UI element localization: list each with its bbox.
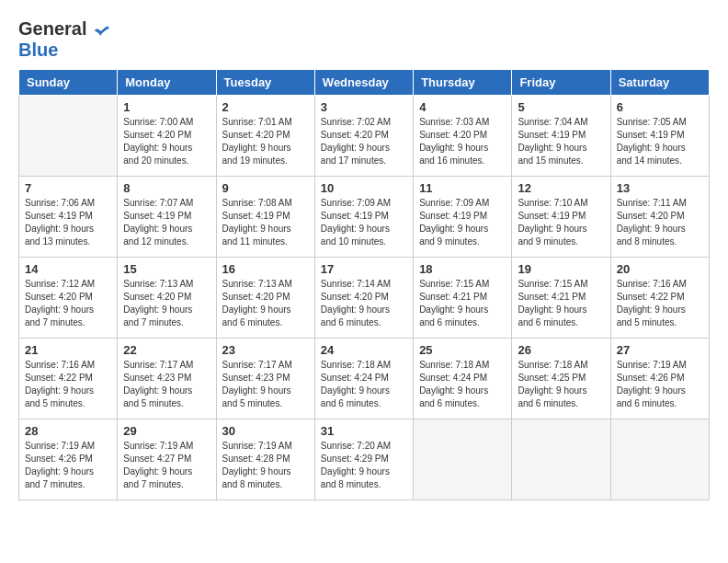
day-info: Sunrise: 7:19 AMSunset: 4:26 PMDaylight:… [25,440,111,491]
day-info: Sunrise: 7:04 AMSunset: 4:19 PMDaylight:… [518,116,604,167]
day-number: 8 [123,181,210,195]
calendar-week-4: 21Sunrise: 7:16 AMSunset: 4:22 PMDayligh… [19,338,710,419]
calendar-cell: 31Sunrise: 7:20 AMSunset: 4:29 PMDayligh… [314,419,413,500]
calendar-cell: 21Sunrise: 7:16 AMSunset: 4:22 PMDayligh… [19,338,118,419]
day-info: Sunrise: 7:16 AMSunset: 4:22 PMDaylight:… [25,359,111,410]
day-info: Sunrise: 7:09 AMSunset: 4:19 PMDaylight:… [419,197,506,248]
day-info: Sunrise: 7:08 AMSunset: 4:19 PMDaylight:… [222,197,309,248]
calendar-cell: 22Sunrise: 7:17 AMSunset: 4:23 PMDayligh… [118,338,216,419]
day-info: Sunrise: 7:18 AMSunset: 4:25 PMDaylight:… [518,359,604,410]
calendar-cell: 1Sunrise: 7:00 AMSunset: 4:20 PMDaylight… [118,95,216,176]
calendar-cell: 10Sunrise: 7:09 AMSunset: 4:19 PMDayligh… [314,176,413,257]
day-number: 19 [518,262,604,276]
calendar-cell: 4Sunrise: 7:03 AMSunset: 4:20 PMDaylight… [414,95,512,176]
day-number: 27 [617,343,703,357]
calendar-cell: 15Sunrise: 7:13 AMSunset: 4:20 PMDayligh… [118,257,216,338]
day-number: 7 [25,181,111,195]
page-header: General Blue [18,18,710,60]
day-info: Sunrise: 7:13 AMSunset: 4:20 PMDaylight:… [123,278,210,329]
calendar-cell: 17Sunrise: 7:14 AMSunset: 4:20 PMDayligh… [314,257,413,338]
day-number: 29 [123,424,210,438]
day-number: 18 [419,262,506,276]
day-info: Sunrise: 7:20 AMSunset: 4:29 PMDaylight:… [321,440,407,491]
calendar-cell: 30Sunrise: 7:19 AMSunset: 4:28 PMDayligh… [216,419,314,500]
calendar-cell: 19Sunrise: 7:15 AMSunset: 4:21 PMDayligh… [512,257,610,338]
day-number: 10 [321,181,407,195]
day-info: Sunrise: 7:16 AMSunset: 4:22 PMDaylight:… [617,278,703,329]
day-info: Sunrise: 7:15 AMSunset: 4:21 PMDaylight:… [419,278,506,329]
day-number: 11 [419,181,506,195]
day-number: 5 [518,100,604,114]
calendar-cell: 12Sunrise: 7:10 AMSunset: 4:19 PMDayligh… [512,176,610,257]
day-number: 31 [321,424,407,438]
calendar-week-3: 14Sunrise: 7:12 AMSunset: 4:20 PMDayligh… [19,257,710,338]
calendar-table: SundayMondayTuesdayWednesdayThursdayFrid… [18,69,710,500]
day-info: Sunrise: 7:11 AMSunset: 4:20 PMDaylight:… [617,197,703,248]
day-info: Sunrise: 7:12 AMSunset: 4:20 PMDaylight:… [25,278,111,329]
day-info: Sunrise: 7:13 AMSunset: 4:20 PMDaylight:… [222,278,309,329]
calendar-cell: 25Sunrise: 7:18 AMSunset: 4:24 PMDayligh… [414,338,512,419]
day-info: Sunrise: 7:05 AMSunset: 4:19 PMDaylight:… [617,116,703,167]
calendar-cell [512,419,610,500]
day-number: 16 [222,262,309,276]
day-info: Sunrise: 7:00 AMSunset: 4:20 PMDaylight:… [123,116,210,167]
day-info: Sunrise: 7:02 AMSunset: 4:20 PMDaylight:… [321,116,407,167]
day-info: Sunrise: 7:09 AMSunset: 4:19 PMDaylight:… [321,197,407,248]
day-info: Sunrise: 7:19 AMSunset: 4:26 PMDaylight:… [617,359,703,410]
day-number: 20 [617,262,703,276]
day-number: 13 [617,181,703,195]
calendar-cell: 16Sunrise: 7:13 AMSunset: 4:20 PMDayligh… [216,257,314,338]
calendar-cell: 28Sunrise: 7:19 AMSunset: 4:26 PMDayligh… [19,419,118,500]
calendar-cell: 2Sunrise: 7:01 AMSunset: 4:20 PMDaylight… [216,95,314,176]
calendar-cell: 5Sunrise: 7:04 AMSunset: 4:19 PMDaylight… [512,95,610,176]
day-number: 12 [518,181,604,195]
calendar-cell: 27Sunrise: 7:19 AMSunset: 4:26 PMDayligh… [610,338,709,419]
calendar-week-2: 7Sunrise: 7:06 AMSunset: 4:19 PMDaylight… [19,176,710,257]
calendar-cell: 23Sunrise: 7:17 AMSunset: 4:23 PMDayligh… [216,338,314,419]
day-info: Sunrise: 7:18 AMSunset: 4:24 PMDaylight:… [321,359,407,410]
header-wednesday: Wednesday [314,69,413,95]
day-number: 30 [222,424,309,438]
calendar-cell: 8Sunrise: 7:07 AMSunset: 4:19 PMDaylight… [118,176,216,257]
logo-general: General [18,18,110,40]
logo-blue: Blue [18,40,110,60]
calendar-week-1: 1Sunrise: 7:00 AMSunset: 4:20 PMDaylight… [19,95,710,176]
day-info: Sunrise: 7:03 AMSunset: 4:20 PMDaylight:… [419,116,506,167]
day-number: 6 [617,100,703,114]
day-info: Sunrise: 7:19 AMSunset: 4:28 PMDaylight:… [222,440,309,491]
day-info: Sunrise: 7:19 AMSunset: 4:27 PMDaylight:… [123,440,210,491]
day-number: 22 [123,343,210,357]
calendar-cell [610,419,709,500]
calendar-cell: 26Sunrise: 7:18 AMSunset: 4:25 PMDayligh… [512,338,610,419]
header-friday: Friday [512,69,610,95]
calendar-cell: 18Sunrise: 7:15 AMSunset: 4:21 PMDayligh… [414,257,512,338]
day-number: 17 [321,262,407,276]
day-number: 14 [25,262,111,276]
day-number: 23 [222,343,309,357]
logo: General Blue [18,18,110,60]
day-info: Sunrise: 7:18 AMSunset: 4:24 PMDaylight:… [419,359,506,410]
day-number: 24 [321,343,407,357]
day-number: 9 [222,181,309,195]
day-info: Sunrise: 7:17 AMSunset: 4:23 PMDaylight:… [222,359,309,410]
day-number: 2 [222,100,309,114]
header-monday: Monday [118,69,216,95]
header-thursday: Thursday [414,69,512,95]
calendar-cell: 20Sunrise: 7:16 AMSunset: 4:22 PMDayligh… [610,257,709,338]
day-number: 25 [419,343,506,357]
day-number: 28 [25,424,111,438]
calendar-cell: 7Sunrise: 7:06 AMSunset: 4:19 PMDaylight… [19,176,118,257]
calendar-week-5: 28Sunrise: 7:19 AMSunset: 4:26 PMDayligh… [19,419,710,500]
calendar-header-row: SundayMondayTuesdayWednesdayThursdayFrid… [19,69,710,95]
day-info: Sunrise: 7:17 AMSunset: 4:23 PMDaylight:… [123,359,210,410]
calendar-cell: 6Sunrise: 7:05 AMSunset: 4:19 PMDaylight… [610,95,709,176]
day-number: 4 [419,100,506,114]
calendar-cell: 3Sunrise: 7:02 AMSunset: 4:20 PMDaylight… [314,95,413,176]
header-sunday: Sunday [19,69,118,95]
day-info: Sunrise: 7:14 AMSunset: 4:20 PMDaylight:… [321,278,407,329]
day-number: 15 [123,262,210,276]
day-number: 26 [518,343,604,357]
header-tuesday: Tuesday [216,69,314,95]
header-saturday: Saturday [610,69,709,95]
calendar-cell: 24Sunrise: 7:18 AMSunset: 4:24 PMDayligh… [314,338,413,419]
